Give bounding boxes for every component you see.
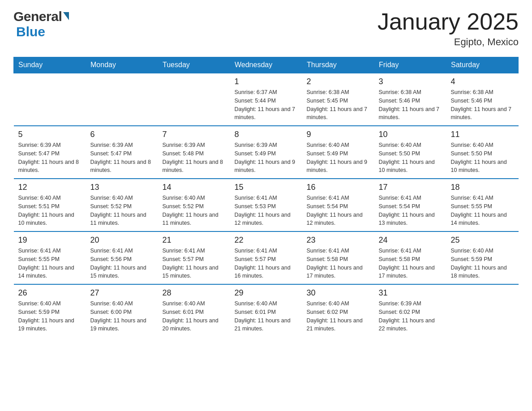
day-info: Sunrise: 6:39 AMSunset: 5:49 PMDaylight:… xyxy=(235,141,298,175)
calendar-cell: 2Sunrise: 6:38 AMSunset: 5:45 PMDaylight… xyxy=(302,73,374,126)
day-number: 14 xyxy=(163,183,226,192)
day-number: 3 xyxy=(379,77,442,86)
logo-triangle-icon xyxy=(63,12,69,20)
day-number: 5 xyxy=(18,130,82,139)
day-info: Sunrise: 6:41 AMSunset: 5:55 PMDaylight:… xyxy=(451,194,514,227)
calendar-cell xyxy=(158,73,230,126)
day-number: 18 xyxy=(451,183,514,192)
day-number: 23 xyxy=(307,235,370,245)
calendar-cell xyxy=(86,73,158,126)
calendar-week-row: 19Sunrise: 6:41 AMSunset: 5:55 PMDayligh… xyxy=(14,231,519,284)
calendar-cell: 13Sunrise: 6:40 AMSunset: 5:52 PMDayligh… xyxy=(86,179,158,231)
day-info: Sunrise: 6:40 AMSunset: 6:01 PMDaylight:… xyxy=(235,300,298,333)
calendar-cell: 29Sunrise: 6:40 AMSunset: 6:01 PMDayligh… xyxy=(230,284,302,337)
calendar-cell: 21Sunrise: 6:41 AMSunset: 5:57 PMDayligh… xyxy=(158,231,230,284)
day-info: Sunrise: 6:41 AMSunset: 5:54 PMDaylight:… xyxy=(307,194,370,227)
day-info: Sunrise: 6:40 AMSunset: 5:59 PMDaylight:… xyxy=(451,247,514,280)
day-number: 1 xyxy=(235,77,298,86)
day-info: Sunrise: 6:40 AMSunset: 6:00 PMDaylight:… xyxy=(90,300,154,333)
day-number: 8 xyxy=(235,130,298,139)
calendar-header-row: SundayMondayTuesdayWednesdayThursdayFrid… xyxy=(14,57,519,73)
calendar-cell: 11Sunrise: 6:40 AMSunset: 5:50 PMDayligh… xyxy=(446,126,519,179)
day-number: 31 xyxy=(379,288,442,298)
calendar-title: January 2025 xyxy=(378,9,519,34)
calendar-cell: 31Sunrise: 6:39 AMSunset: 6:02 PMDayligh… xyxy=(374,284,446,337)
calendar-subtitle: Egipto, Mexico xyxy=(378,36,519,48)
day-info: Sunrise: 6:38 AMSunset: 5:46 PMDaylight:… xyxy=(451,88,514,122)
calendar-week-row: 12Sunrise: 6:40 AMSunset: 5:51 PMDayligh… xyxy=(14,179,519,231)
calendar-cell: 28Sunrise: 6:40 AMSunset: 6:01 PMDayligh… xyxy=(158,284,230,337)
day-info: Sunrise: 6:40 AMSunset: 5:52 PMDaylight:… xyxy=(90,194,154,227)
calendar-cell: 9Sunrise: 6:40 AMSunset: 5:49 PMDaylight… xyxy=(302,126,374,179)
calendar-cell: 18Sunrise: 6:41 AMSunset: 5:55 PMDayligh… xyxy=(446,179,519,231)
calendar-week-row: 1Sunrise: 6:37 AMSunset: 5:44 PMDaylight… xyxy=(14,73,519,126)
day-number: 9 xyxy=(307,130,370,139)
day-number: 12 xyxy=(18,183,82,192)
calendar-cell: 24Sunrise: 6:41 AMSunset: 5:58 PMDayligh… xyxy=(374,231,446,284)
day-info: Sunrise: 6:40 AMSunset: 5:50 PMDaylight:… xyxy=(379,141,442,175)
day-number: 30 xyxy=(307,288,370,298)
day-number: 26 xyxy=(18,288,82,298)
calendar-cell: 8Sunrise: 6:39 AMSunset: 5:49 PMDaylight… xyxy=(230,126,302,179)
day-number: 24 xyxy=(379,235,442,245)
calendar-cell: 25Sunrise: 6:40 AMSunset: 5:59 PMDayligh… xyxy=(446,231,519,284)
day-info: Sunrise: 6:41 AMSunset: 5:58 PMDaylight:… xyxy=(379,247,442,280)
day-number: 22 xyxy=(235,235,298,245)
day-number: 28 xyxy=(163,288,226,298)
calendar-table: SundayMondayTuesdayWednesdayThursdayFrid… xyxy=(13,57,519,337)
day-info: Sunrise: 6:40 AMSunset: 5:50 PMDaylight:… xyxy=(451,141,514,175)
calendar-week-row: 5Sunrise: 6:39 AMSunset: 5:47 PMDaylight… xyxy=(14,126,519,179)
calendar-week-row: 26Sunrise: 6:40 AMSunset: 5:59 PMDayligh… xyxy=(14,284,519,337)
weekday-header: Monday xyxy=(86,57,158,73)
day-info: Sunrise: 6:40 AMSunset: 6:02 PMDaylight:… xyxy=(307,300,370,333)
logo-general-text: General xyxy=(13,9,62,24)
logo-blue-text: Blue xyxy=(16,24,45,39)
day-number: 7 xyxy=(163,130,226,139)
day-info: Sunrise: 6:41 AMSunset: 5:57 PMDaylight:… xyxy=(235,247,298,280)
logo: General Blue xyxy=(13,9,69,39)
day-info: Sunrise: 6:39 AMSunset: 5:48 PMDaylight:… xyxy=(163,141,226,175)
day-info: Sunrise: 6:40 AMSunset: 6:01 PMDaylight:… xyxy=(163,300,226,333)
day-info: Sunrise: 6:38 AMSunset: 5:45 PMDaylight:… xyxy=(307,88,370,122)
day-number: 15 xyxy=(235,183,298,192)
day-info: Sunrise: 6:37 AMSunset: 5:44 PMDaylight:… xyxy=(235,88,298,122)
calendar-cell: 17Sunrise: 6:41 AMSunset: 5:54 PMDayligh… xyxy=(374,179,446,231)
day-info: Sunrise: 6:41 AMSunset: 5:54 PMDaylight:… xyxy=(379,194,442,227)
calendar-cell: 23Sunrise: 6:41 AMSunset: 5:58 PMDayligh… xyxy=(302,231,374,284)
day-number: 27 xyxy=(90,288,154,298)
day-info: Sunrise: 6:40 AMSunset: 5:52 PMDaylight:… xyxy=(163,194,226,227)
day-number: 4 xyxy=(451,77,514,86)
weekday-header: Tuesday xyxy=(158,57,230,73)
day-info: Sunrise: 6:41 AMSunset: 5:58 PMDaylight:… xyxy=(307,247,370,280)
weekday-header: Saturday xyxy=(446,57,519,73)
calendar-cell: 22Sunrise: 6:41 AMSunset: 5:57 PMDayligh… xyxy=(230,231,302,284)
calendar-cell: 7Sunrise: 6:39 AMSunset: 5:48 PMDaylight… xyxy=(158,126,230,179)
day-info: Sunrise: 6:39 AMSunset: 5:47 PMDaylight:… xyxy=(18,141,82,175)
day-info: Sunrise: 6:40 AMSunset: 5:51 PMDaylight:… xyxy=(18,194,82,227)
calendar-cell: 4Sunrise: 6:38 AMSunset: 5:46 PMDaylight… xyxy=(446,73,519,126)
calendar-cell: 30Sunrise: 6:40 AMSunset: 6:02 PMDayligh… xyxy=(302,284,374,337)
calendar-cell: 10Sunrise: 6:40 AMSunset: 5:50 PMDayligh… xyxy=(374,126,446,179)
weekday-header: Friday xyxy=(374,57,446,73)
day-number: 6 xyxy=(90,130,154,139)
day-info: Sunrise: 6:40 AMSunset: 5:49 PMDaylight:… xyxy=(307,141,370,175)
day-number: 29 xyxy=(235,288,298,298)
calendar-cell xyxy=(14,73,86,126)
day-info: Sunrise: 6:41 AMSunset: 5:57 PMDaylight:… xyxy=(163,247,226,280)
day-info: Sunrise: 6:39 AMSunset: 6:02 PMDaylight:… xyxy=(379,300,442,333)
day-number: 21 xyxy=(163,235,226,245)
day-info: Sunrise: 6:41 AMSunset: 5:55 PMDaylight:… xyxy=(18,247,82,280)
calendar-cell: 20Sunrise: 6:41 AMSunset: 5:56 PMDayligh… xyxy=(86,231,158,284)
day-number: 16 xyxy=(307,183,370,192)
day-number: 13 xyxy=(90,183,154,192)
day-info: Sunrise: 6:38 AMSunset: 5:46 PMDaylight:… xyxy=(379,88,442,122)
day-info: Sunrise: 6:41 AMSunset: 5:53 PMDaylight:… xyxy=(235,194,298,227)
day-info: Sunrise: 6:39 AMSunset: 5:47 PMDaylight:… xyxy=(90,141,154,175)
calendar-cell: 1Sunrise: 6:37 AMSunset: 5:44 PMDaylight… xyxy=(230,73,302,126)
day-info: Sunrise: 6:41 AMSunset: 5:56 PMDaylight:… xyxy=(90,247,154,280)
calendar-cell: 5Sunrise: 6:39 AMSunset: 5:47 PMDaylight… xyxy=(14,126,86,179)
calendar-cell: 19Sunrise: 6:41 AMSunset: 5:55 PMDayligh… xyxy=(14,231,86,284)
day-info: Sunrise: 6:40 AMSunset: 5:59 PMDaylight:… xyxy=(18,300,82,333)
calendar-cell: 3Sunrise: 6:38 AMSunset: 5:46 PMDaylight… xyxy=(374,73,446,126)
calendar-cell: 27Sunrise: 6:40 AMSunset: 6:00 PMDayligh… xyxy=(86,284,158,337)
